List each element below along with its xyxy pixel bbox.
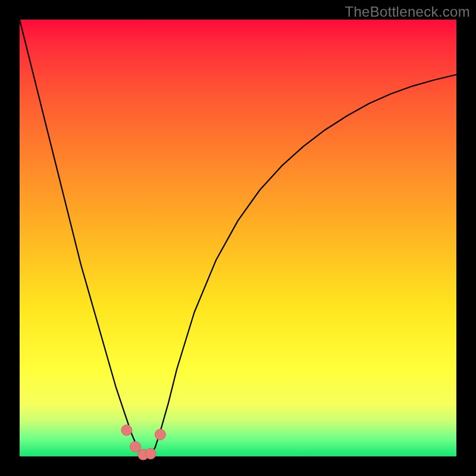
curve-marker [155,429,165,440]
curve-marker [130,441,141,452]
curve-markers [20,20,456,456]
plot-area [20,20,456,456]
watermark-text: TheBottleneck.com [345,4,470,20]
chart-frame: TheBottleneck.com [0,0,476,476]
curve-marker [121,425,132,436]
curve-marker [145,449,156,459]
